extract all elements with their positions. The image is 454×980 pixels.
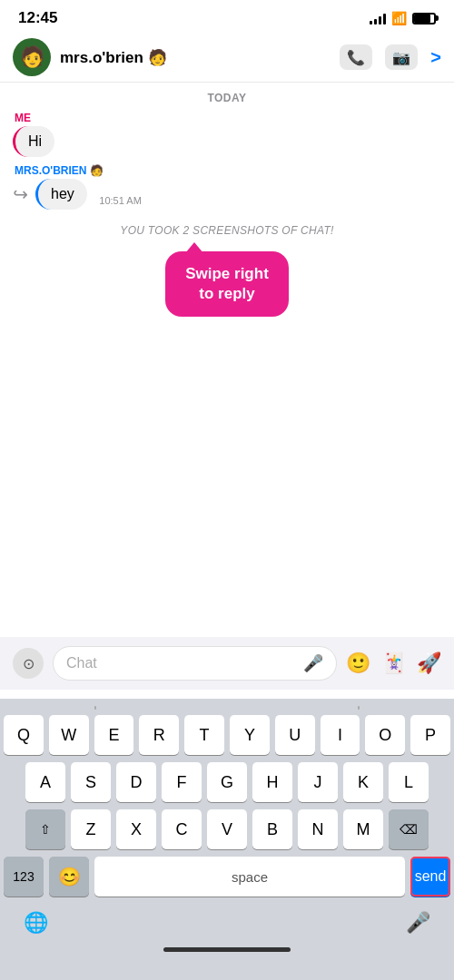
key-u[interactable]: U	[275, 715, 315, 755]
wifi-icon: 📶	[391, 11, 407, 25]
numbers-key[interactable]: 123	[4, 857, 44, 897]
key-h[interactable]: H	[252, 762, 292, 802]
emoji-icon[interactable]: 🙂	[346, 652, 370, 675]
kb-row-4: 123 😊 space send	[4, 857, 450, 897]
battery-icon	[412, 13, 436, 24]
key-s[interactable]: S	[71, 762, 111, 802]
keyboard: Q W E R T Y U I O P A S D F G H J K L ⇧ …	[0, 699, 454, 980]
home-bar	[163, 947, 291, 952]
message-bubble-other: hey 10:51 AM	[35, 179, 87, 210]
key-a[interactable]: A	[25, 762, 65, 802]
key-m[interactable]: M	[343, 809, 383, 849]
tooltip-container: Swipe rightto reply	[0, 251, 454, 317]
send-key[interactable]: send	[410, 857, 450, 897]
key-v[interactable]: V	[207, 809, 247, 849]
status-time: 12:45	[18, 9, 57, 27]
message-row-me: Hi 9:56 AM	[13, 126, 441, 157]
delete-key[interactable]: ⌫	[389, 809, 429, 849]
sender-label-other: MRS.O'BRIEN 🧑	[15, 164, 441, 177]
avatar: 🧑	[13, 38, 51, 76]
input-area: ⊙ Chat 🎤 🙂 🃏 🚀	[0, 637, 454, 690]
camera-button[interactable]: ⊙	[13, 648, 44, 679]
space-key[interactable]: space	[94, 857, 405, 897]
key-y[interactable]: Y	[230, 715, 270, 755]
key-o[interactable]: O	[365, 715, 405, 755]
more-button[interactable]: >	[430, 47, 441, 68]
message-row-other: ↩ hey 10:51 AM	[13, 179, 441, 210]
kb-bottom-row: 🌐 🎤	[4, 904, 450, 942]
key-l[interactable]: L	[389, 762, 429, 802]
key-x[interactable]: X	[116, 809, 156, 849]
mic-icon[interactable]: 🎤	[303, 653, 323, 673]
key-r[interactable]: R	[139, 715, 179, 755]
shift-key[interactable]: ⇧	[25, 809, 65, 849]
reply-icon: ↩	[13, 183, 28, 205]
header-actions: 📞 📷 >	[340, 44, 441, 70]
emoji-key[interactable]: 😊	[49, 857, 89, 897]
key-j[interactable]: J	[298, 762, 338, 802]
key-k[interactable]: K	[343, 762, 383, 802]
date-separator: TODAY	[0, 83, 454, 110]
globe-icon[interactable]: 🌐	[11, 904, 61, 942]
key-n[interactable]: N	[298, 809, 338, 849]
chat-area: TODAY ME Hi 9:56 AM MRS.O'BRIEN 🧑 ↩ hey …	[0, 83, 454, 317]
key-i[interactable]: I	[321, 715, 360, 755]
sticker-icon[interactable]: 🃏	[381, 652, 406, 675]
video-button[interactable]: 📷	[385, 44, 418, 70]
message-text-other: hey	[51, 186, 74, 201]
message-time-other: 10:51 AM	[99, 195, 141, 206]
key-p[interactable]: P	[410, 715, 450, 755]
key-t[interactable]: T	[184, 715, 224, 755]
swipe-tooltip: Swipe rightto reply	[165, 251, 289, 317]
call-button[interactable]: 📞	[340, 44, 372, 70]
camera-icon: ⊙	[23, 655, 35, 672]
sender-label-me: ME	[15, 112, 441, 124]
key-g[interactable]: G	[207, 762, 247, 802]
key-z[interactable]: Z	[71, 809, 111, 849]
key-d[interactable]: D	[116, 762, 156, 802]
kb-handles	[4, 706, 450, 710]
signal-icon	[370, 12, 386, 24]
screenshot-notice: YOU TOOK 2 SCREENSHOTS OF CHAT!	[0, 215, 454, 242]
contact-name: mrs.o'brien 🧑	[60, 48, 340, 67]
key-f[interactable]: F	[162, 762, 202, 802]
mic-kb-icon[interactable]: 🎤	[393, 904, 443, 942]
rocket-icon[interactable]: 🚀	[417, 652, 441, 675]
key-b[interactable]: B	[252, 809, 292, 849]
key-e[interactable]: E	[94, 715, 134, 755]
message-text-me: Hi	[28, 133, 42, 149]
key-q[interactable]: Q	[4, 715, 44, 755]
message-bubble-me: Hi 9:56 AM	[13, 126, 54, 157]
call-icon: 📞	[347, 49, 365, 66]
message-group-me: ME Hi 9:56 AM	[0, 110, 454, 162]
key-w[interactable]: W	[49, 715, 89, 755]
message-group-other: MRS.O'BRIEN 🧑 ↩ hey 10:51 AM	[0, 162, 454, 215]
status-bar: 12:45 📶	[0, 0, 454, 33]
chat-header: 🧑 mrs.o'brien 🧑 📞 📷 >	[0, 33, 454, 83]
status-icons: 📶	[370, 11, 436, 25]
kb-row-2: A S D F G H J K L	[4, 762, 450, 802]
chat-input-wrapper[interactable]: Chat 🎤	[53, 646, 337, 681]
kb-row-1: Q W E R T Y U I O P	[4, 715, 450, 755]
chat-input[interactable]: Chat	[66, 655, 303, 671]
video-icon: 📷	[392, 49, 410, 66]
kb-row-3: ⇧ Z X C V B N M ⌫	[4, 809, 450, 849]
input-action-icons: 🙂 🃏 🚀	[346, 652, 441, 675]
key-c[interactable]: C	[162, 809, 202, 849]
